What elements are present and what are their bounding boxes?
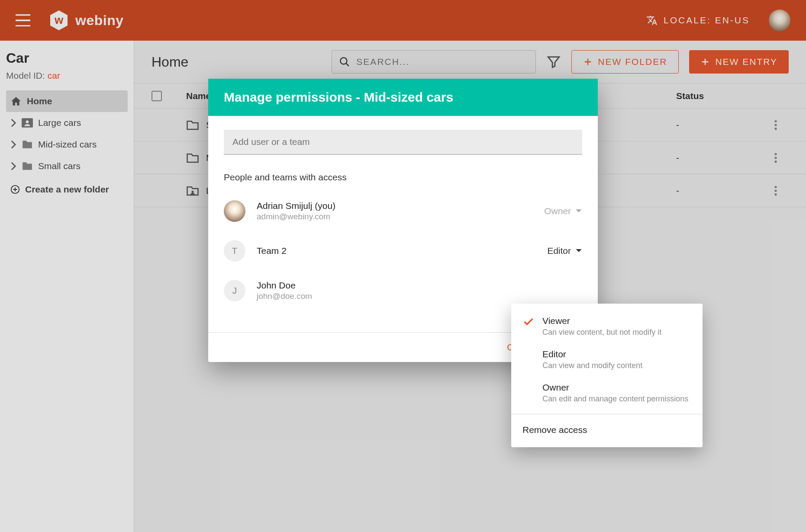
remove-access-option[interactable]: Remove access xyxy=(511,419,703,441)
permission-list: Adrian Smijulj (you) admin@webiny.com Ow… xyxy=(224,191,582,311)
modal-title: Manage permissions - Mid-sized cars xyxy=(208,79,598,116)
permissions-modal: Manage permissions - Mid-sized cars Peop… xyxy=(208,79,598,362)
caret-down-icon xyxy=(575,247,582,254)
dropdown-separator xyxy=(511,414,703,414)
permission-row: T Team 2 Editor xyxy=(224,231,582,271)
role-option-editor[interactable]: Editor Can view and modify content xyxy=(511,343,703,376)
check-icon xyxy=(522,316,535,328)
team-avatar-icon: T xyxy=(224,240,245,262)
access-section-label: People and teams with access xyxy=(224,172,582,183)
caret-down-icon xyxy=(575,208,582,215)
permission-row: Adrian Smijulj (you) admin@webiny.com Ow… xyxy=(224,191,582,231)
role-selector[interactable]: Editor xyxy=(547,246,582,256)
permission-name: Adrian Smijulj (you) xyxy=(257,201,533,211)
user-avatar-icon xyxy=(224,200,245,222)
add-user-input[interactable] xyxy=(224,130,582,155)
user-avatar-icon: J xyxy=(224,280,245,301)
permission-name: John Doe xyxy=(257,280,571,291)
modal-overlay[interactable]: Manage permissions - Mid-sized cars Peop… xyxy=(0,0,806,532)
permission-email: john@doe.com xyxy=(257,292,571,301)
permission-email: admin@webiny.com xyxy=(257,212,533,221)
role-option-owner[interactable]: Owner Can edit and manage content permis… xyxy=(511,376,703,410)
permission-name: Team 2 xyxy=(257,246,536,256)
role-option-viewer[interactable]: Viewer Can view content, but not modify … xyxy=(511,310,703,343)
role-dropdown: Viewer Can view content, but not modify … xyxy=(511,304,703,447)
role-selector: Owner xyxy=(544,206,582,216)
